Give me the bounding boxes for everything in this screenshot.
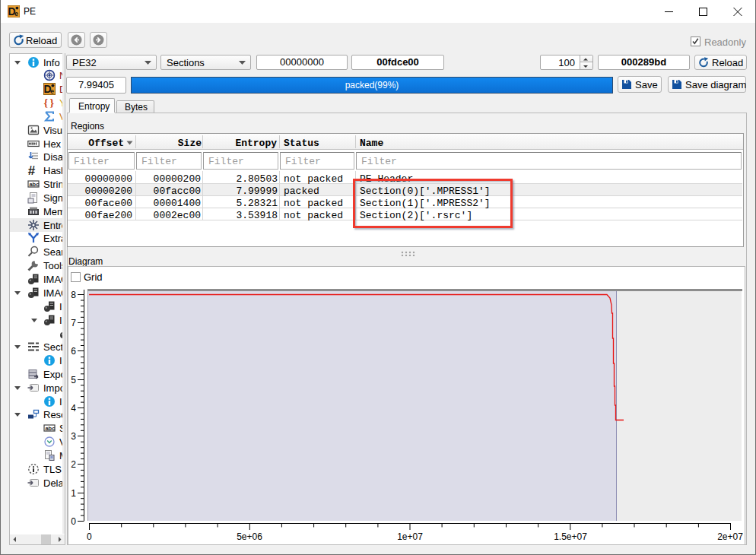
svg-text:}: }: [50, 97, 55, 109]
svg-text:3: 3: [71, 431, 76, 442]
svg-text:1e+07: 1e+07: [397, 531, 423, 542]
svg-text:1: 1: [71, 488, 76, 499]
svg-text:2e+07: 2e+07: [717, 531, 743, 542]
svg-text:6: 6: [71, 346, 76, 357]
svg-text:e: e: [14, 10, 18, 17]
svg-text:0: 0: [87, 531, 92, 542]
svg-text:8: 8: [71, 290, 76, 300]
svg-text:0: 0: [71, 516, 76, 527]
svg-text:e: e: [50, 87, 54, 95]
svg-text:#: #: [28, 164, 36, 176]
svg-text:4: 4: [71, 403, 76, 414]
svg-text:7: 7: [71, 318, 76, 328]
svg-text:{: {: [44, 97, 49, 109]
svg-text:5: 5: [71, 375, 76, 385]
svg-text:2: 2: [71, 459, 76, 470]
svg-text:abc: abc: [45, 425, 55, 432]
svg-text:1.5e+07: 1.5e+07: [554, 531, 587, 542]
svg-text:abc: abc: [29, 181, 39, 188]
svg-text:5e+06: 5e+06: [237, 531, 262, 542]
